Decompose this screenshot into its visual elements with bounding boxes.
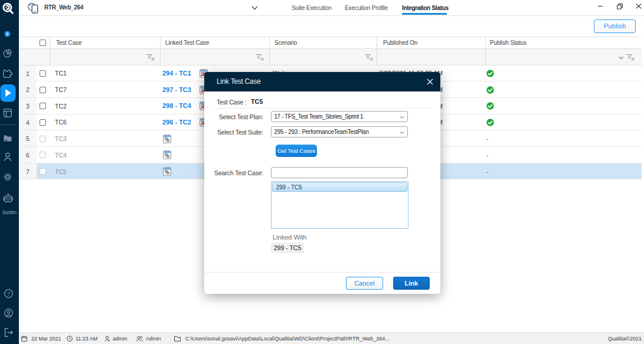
svg-text:?: ? [7,291,10,297]
